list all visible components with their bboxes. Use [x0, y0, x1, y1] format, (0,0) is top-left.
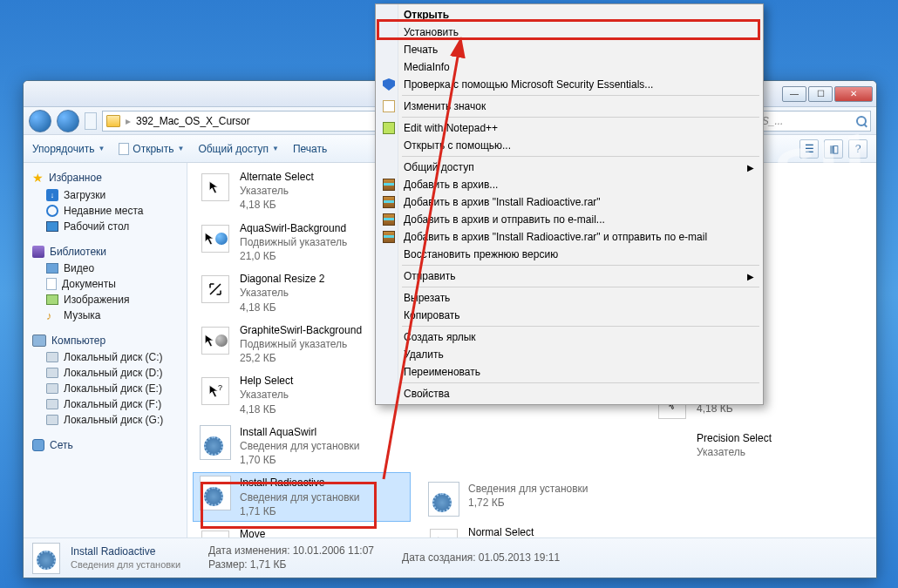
sidebar-drive-f[interactable]: Локальный диск (F:)	[24, 396, 187, 412]
file-size: 1,70 КБ	[240, 453, 360, 467]
drive-icon	[46, 383, 58, 394]
file-size: 1,72 КБ	[468, 496, 588, 510]
sidebar-drive-d[interactable]: Локальный диск (D:)	[24, 365, 187, 381]
nav-history-dropdown[interactable]	[85, 112, 97, 130]
cm-send-to[interactable]: Отправить▶	[378, 267, 761, 285]
inf-file-icon	[32, 543, 60, 574]
picture-icon	[46, 294, 58, 305]
cm-properties[interactable]: Свойства	[378, 385, 761, 402]
file-type: Указатель	[240, 286, 324, 300]
view-button[interactable]: ☰	[799, 139, 819, 159]
close-button[interactable]: ✕	[834, 86, 873, 102]
sidebar-desktop[interactable]: Рабочий стол	[24, 219, 187, 234]
maximize-button[interactable]: ☐	[808, 86, 833, 102]
sidebar-network[interactable]: Сеть	[24, 436, 187, 454]
preview-pane-button[interactable]: ◧	[824, 139, 843, 159]
sidebar: ★Избранное ↓Загрузки Недавние места Рабо…	[24, 163, 187, 537]
sidebar-libraries[interactable]: Библиотеки	[24, 243, 187, 260]
file-size: 21,0 КБ	[240, 249, 347, 263]
nav-back-button[interactable]	[29, 110, 51, 132]
toolbar-share[interactable]: Общий доступ▼	[198, 143, 279, 155]
music-icon: ♪	[46, 309, 58, 321]
cm-add-rar-email[interactable]: Добавить в архив "Install Radioactive.ra…	[378, 228, 761, 246]
svg-text:?: ?	[218, 383, 222, 392]
sidebar-drive-c[interactable]: Локальный диск (C:)	[24, 349, 187, 365]
file-name: GraphiteSwirl-Background	[240, 323, 362, 337]
drive-icon	[46, 399, 58, 409]
drive-icon	[46, 352, 58, 362]
file-name: Precision Select	[697, 431, 772, 445]
file-name: Install Radioactive	[240, 476, 360, 490]
monitor-icon	[46, 221, 58, 232]
cm-add-rar[interactable]: Добавить в архив "Install Radioactive.ra…	[378, 193, 761, 211]
cm-open[interactable]: Открыть	[378, 6, 761, 24]
file-item[interactable]: Сведения для установки1,72 КБ	[421, 478, 639, 520]
file-item[interactable]: Install RadioactiveСведения для установк…	[193, 472, 411, 522]
cm-open-with[interactable]: Открыть с помощью...	[378, 137, 761, 154]
sidebar-images[interactable]: Изображения	[24, 292, 187, 308]
file-name: Install AquaSwirl	[240, 425, 360, 439]
search-icon	[856, 116, 867, 126]
nav-forward-button[interactable]	[57, 110, 79, 132]
cm-mediainfo[interactable]: MediaInfo	[378, 58, 761, 76]
details-filetype: Сведения для установки	[71, 558, 180, 571]
sidebar-computer[interactable]: Компьютер	[24, 332, 187, 349]
details-filename: Install Radioactive	[71, 545, 180, 559]
file-item[interactable]: Install AquaSwirlСведения для установки1…	[193, 422, 411, 471]
cm-install[interactable]: Установить	[378, 24, 761, 41]
minimize-button[interactable]: —	[782, 86, 806, 102]
rar-icon	[383, 231, 395, 243]
toolbar-organize[interactable]: Упорядочить▼	[32, 143, 105, 155]
cm-print[interactable]: Печать	[378, 41, 761, 58]
file-item[interactable]: Precision SelectУказатель	[650, 428, 867, 470]
sidebar-video[interactable]: Видео	[24, 260, 187, 276]
rar-icon	[383, 196, 395, 208]
file-type: Указатель	[697, 445, 772, 459]
sidebar-recent[interactable]: Недавние места	[24, 203, 187, 219]
file-size: 4,18 КБ	[240, 402, 293, 416]
cm-restore[interactable]: Восстановить прежнюю версию	[378, 246, 761, 263]
ani-cursor-icon	[201, 327, 229, 355]
cm-delete[interactable]: Удалить	[378, 346, 761, 363]
ani-cursor-icon	[201, 225, 229, 253]
sidebar-drive-e[interactable]: Локальный диск (E:)	[24, 381, 187, 396]
network-icon	[32, 439, 44, 451]
cm-cut[interactable]: Вырезать	[378, 289, 761, 307]
inf-file-icon	[200, 476, 231, 510]
computer-icon	[32, 335, 46, 347]
cm-copy[interactable]: Копировать	[378, 307, 761, 324]
cm-add-email[interactable]: Добавить в архив и отправить по e-mail..…	[378, 211, 761, 228]
drive-icon	[46, 415, 58, 425]
cm-mse[interactable]: Проверка с помощью Microsoft Security Es…	[378, 76, 761, 93]
sidebar-favorites[interactable]: ★Избранное	[24, 168, 187, 187]
sidebar-music[interactable]: ♪Музыка	[24, 308, 187, 323]
details-pane: Install Radioactive Сведения для установ…	[24, 537, 876, 578]
note-icon	[383, 100, 395, 112]
download-icon: ↓	[46, 189, 58, 201]
file-type: Подвижный указатель	[240, 235, 347, 249]
doc-icon	[119, 143, 129, 155]
cm-rename[interactable]: Переименовать	[378, 363, 761, 381]
file-size: 1,71 КБ	[240, 504, 360, 518]
cm-add-archive[interactable]: Добавить в архив...	[378, 176, 761, 193]
sidebar-drive-g[interactable]: Локальный диск (G:)	[24, 412, 187, 428]
cm-share[interactable]: Общий доступ▶	[378, 159, 761, 176]
toolbar-open[interactable]: Открыть▼	[119, 143, 184, 155]
file-type: Сведения для установки	[240, 439, 360, 453]
toolbar-print[interactable]: Печать	[293, 143, 327, 155]
file-item[interactable]: MoveУказатель	[193, 524, 411, 537]
shield-icon	[383, 78, 395, 91]
sidebar-downloads[interactable]: ↓Загрузки	[24, 187, 187, 203]
file-item[interactable]: Normal SelectУказатель	[421, 522, 639, 537]
cm-edit-npp[interactable]: Edit with Notepad++	[378, 119, 761, 137]
cm-change-icon[interactable]: Изменить значок	[378, 98, 761, 115]
sidebar-documents[interactable]: Документы	[24, 276, 187, 292]
cm-shortcut[interactable]: Создать ярлык	[378, 328, 761, 346]
file-type: Указатель	[240, 388, 293, 402]
file-name: Move	[240, 527, 289, 537]
breadcrumb-sep: ▸	[126, 115, 131, 127]
help-button[interactable]: ?	[848, 139, 867, 159]
file-type: Сведения для установки	[468, 482, 588, 496]
library-icon	[32, 246, 44, 258]
breadcrumb-folder[interactable]: 392_Mac_OS_X_Cursor	[136, 115, 250, 127]
